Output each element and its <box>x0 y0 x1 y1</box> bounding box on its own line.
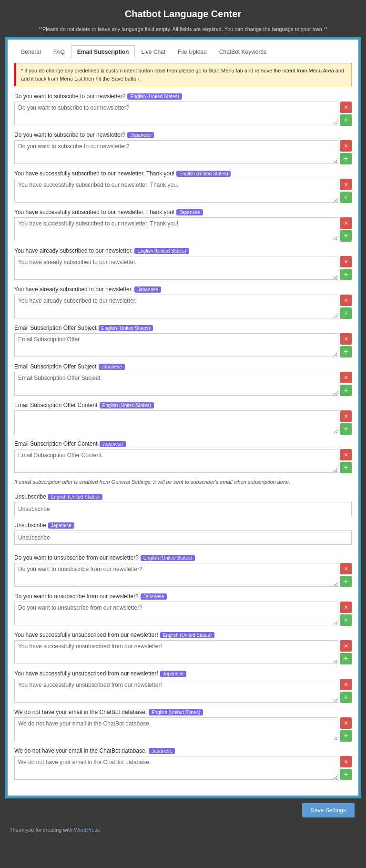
warning-bar: **Please do not delete or leave any lang… <box>0 24 366 37</box>
add-button[interactable]: + <box>340 269 352 280</box>
lang-badge-en: English (United States) <box>149 709 203 715</box>
inner-container: General FAQ Email Subscription Live Chat… <box>8 40 358 796</box>
field-subscribe-en: Do you want to subscribe to our newslett… <box>14 93 352 126</box>
remove-button[interactable]: × <box>340 756 352 767</box>
add-button[interactable]: + <box>340 192 352 203</box>
lang-badge-jp: Japanese <box>99 364 125 370</box>
success-sub-en-input[interactable] <box>14 179 338 203</box>
no-email-en-input[interactable] <box>14 717 338 741</box>
field-success-sub-en: You have successfully subscribed to our … <box>14 170 352 203</box>
field-offer-subject-en: Email Subscription Offer Subject English… <box>14 325 352 357</box>
field-success-unsub-en: You have successfully unsubscribed from … <box>14 632 352 664</box>
remove-button[interactable]: × <box>340 679 352 690</box>
field-already-sub-jp: You have already subscribed to our newsl… <box>14 286 352 319</box>
tab-faq[interactable]: FAQ <box>47 45 71 58</box>
field-subscribe-jp: Do you want to subscribe to our newslett… <box>14 132 352 164</box>
add-button[interactable]: + <box>340 692 352 703</box>
field-no-email-jp: We do not have your email in the ChatBot… <box>14 747 352 780</box>
already-sub-en-input[interactable] <box>14 256 338 280</box>
wordpress-footer: Thank you for creating with WordPress. <box>0 822 366 837</box>
footer-bar: Save Settings <box>5 798 361 822</box>
offer-subject-jp-input[interactable] <box>14 372 338 396</box>
add-button[interactable]: + <box>340 769 352 780</box>
add-button[interactable]: + <box>340 614 352 626</box>
remove-button[interactable]: × <box>340 295 352 306</box>
remove-button[interactable]: × <box>340 179 352 190</box>
tab-chatbot-keywords[interactable]: ChatBot Keywords <box>213 45 273 58</box>
alert-banner: * If you do change any predefined & cust… <box>14 63 352 86</box>
main-container: General FAQ Email Subscription Live Chat… <box>5 37 361 798</box>
tab-live-chat[interactable]: Live Chat <box>135 45 172 58</box>
unsubscribe-jp-input[interactable] <box>14 531 352 545</box>
lang-badge-en: English (United States) <box>99 325 153 331</box>
lang-badge-en: English (United States) <box>48 494 102 500</box>
subscribe-jp-input[interactable] <box>14 140 338 164</box>
field-success-sub-jp: You have successfully subscribed to our … <box>14 209 352 242</box>
offer-content-en-input[interactable] <box>14 410 338 434</box>
field-no-email-en: We do not have your email in the ChatBot… <box>14 709 352 742</box>
lang-badge-jp: Japanese <box>160 671 186 677</box>
field-offer-content-jp: Email Subscription Offer Content Japanes… <box>14 440 352 473</box>
unsubscribe-q-en-input[interactable] <box>14 563 338 587</box>
remove-button[interactable]: × <box>340 602 352 613</box>
already-sub-jp-input[interactable] <box>14 295 338 318</box>
add-button[interactable]: + <box>340 346 352 357</box>
field-offer-subject-jp: Email Subscription Offer Subject Japanes… <box>14 363 352 396</box>
add-button[interactable]: + <box>340 576 352 587</box>
tab-file-upload[interactable]: File Upload <box>172 45 213 58</box>
add-button[interactable]: + <box>340 307 352 319</box>
add-button[interactable]: + <box>340 730 352 742</box>
success-unsub-jp-input[interactable] <box>14 679 338 703</box>
lang-badge-jp: Japanese <box>127 132 153 138</box>
remove-button[interactable]: × <box>340 640 352 652</box>
remove-button[interactable]: × <box>340 256 352 267</box>
tab-bar: General FAQ Email Subscription Live Chat… <box>14 45 352 58</box>
field-success-unsub-jp: You have successfully unsubscribed from … <box>14 670 352 703</box>
subscribe-en-input[interactable] <box>14 102 338 125</box>
unsubscribe-q-jp-input[interactable] <box>14 602 338 625</box>
lang-badge-en: English (United States) <box>127 93 182 100</box>
remove-button[interactable]: × <box>340 372 352 383</box>
add-button[interactable]: + <box>340 230 352 242</box>
remove-button[interactable]: × <box>340 140 352 152</box>
field-offer-content-en: Email Subscription Offer Content English… <box>14 402 352 435</box>
field-unsubscribe-q-jp: Do you want to unsubscribe from our news… <box>14 593 352 626</box>
lang-badge-jp: Japanese <box>149 748 175 754</box>
lang-badge-en: English (United States) <box>100 402 154 408</box>
offer-subject-en-input[interactable] <box>14 333 338 357</box>
remove-button[interactable]: × <box>340 217 352 229</box>
lang-badge-en: English (United States) <box>176 171 231 177</box>
remove-button[interactable]: × <box>340 410 352 422</box>
remove-button[interactable]: × <box>340 449 352 460</box>
tab-email-subscription[interactable]: Email Subscription <box>71 45 135 58</box>
unsubscribe-en-input[interactable] <box>14 502 352 516</box>
offer-content-jp-input[interactable] <box>14 449 338 473</box>
lang-badge-en: English (United States) <box>160 632 214 638</box>
hint-text: If email subscription offer is enabled f… <box>14 479 352 485</box>
remove-button[interactable]: × <box>340 717 352 729</box>
no-email-jp-input[interactable] <box>14 756 338 780</box>
add-button[interactable]: + <box>340 385 352 396</box>
wordpress-link[interactable]: WordPress. <box>74 827 101 833</box>
tab-general[interactable]: General <box>14 45 47 58</box>
lang-badge-jp: Japanese <box>48 522 74 529</box>
add-button[interactable]: + <box>340 114 352 126</box>
field-unsubscribe-label-jp: Unsubscribe Japanese <box>14 522 352 545</box>
add-button[interactable]: + <box>340 153 352 164</box>
remove-button[interactable]: × <box>340 333 352 345</box>
field-unsubscribe-q-en: Do you want to unsubscribe from our news… <box>14 554 352 587</box>
save-settings-button[interactable]: Save Settings <box>302 803 355 817</box>
page-header: Chatbot Language Center <box>0 0 366 24</box>
add-button[interactable]: + <box>340 462 352 473</box>
lang-badge-jp: Japanese <box>176 209 203 215</box>
add-button[interactable]: + <box>340 653 352 664</box>
lang-badge-jp: Japanese <box>134 286 161 293</box>
success-sub-jp-input[interactable] <box>14 217 338 241</box>
page-title: Chatbot Language Center <box>125 9 241 19</box>
lang-badge-jp: Japanese <box>141 593 167 600</box>
lang-badge-en: English (United States) <box>141 555 195 561</box>
add-button[interactable]: + <box>340 423 352 435</box>
success-unsub-en-input[interactable] <box>14 640 338 664</box>
remove-button[interactable]: × <box>340 563 352 574</box>
remove-button[interactable]: × <box>340 102 352 113</box>
